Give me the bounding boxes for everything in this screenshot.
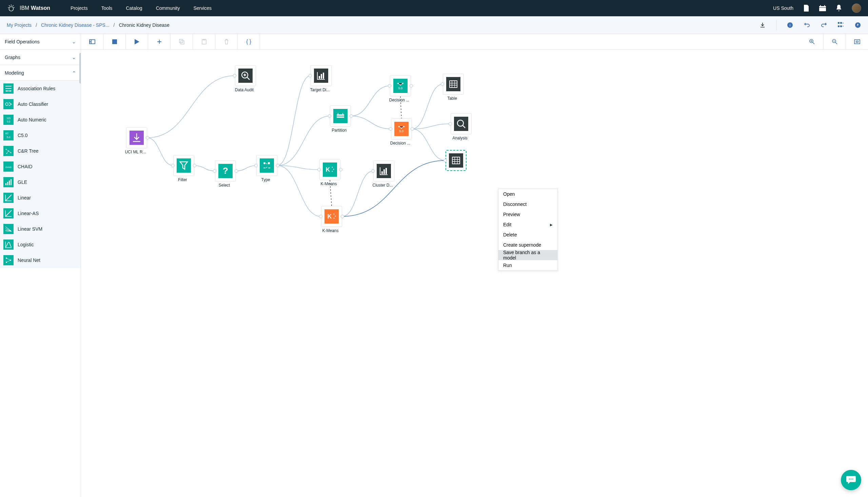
breadcrumb-link-0[interactable]: My Projects bbox=[7, 23, 31, 28]
palette-item[interactable]: C&R Tree bbox=[0, 143, 81, 159]
output-port[interactable] bbox=[350, 114, 353, 118]
flow-canvas[interactable]: UCI ML R...Data AuditFilter?SelectTypeTa… bbox=[81, 49, 868, 497]
output-port[interactable] bbox=[276, 164, 279, 167]
input-port[interactable] bbox=[328, 114, 331, 118]
flow-link[interactable] bbox=[412, 129, 445, 160]
nav-tools[interactable]: Tools bbox=[94, 0, 119, 16]
flow-link[interactable] bbox=[277, 166, 319, 170]
output-port[interactable] bbox=[193, 164, 196, 167]
context-menu-item[interactable]: Edit▶ bbox=[498, 219, 557, 230]
paste-icon[interactable] bbox=[193, 34, 215, 49]
compass-icon[interactable] bbox=[854, 22, 861, 28]
context-menu-item[interactable]: Run bbox=[498, 260, 557, 270]
output-port[interactable] bbox=[146, 136, 149, 139]
flow-link[interactable] bbox=[351, 86, 390, 116]
node-box[interactable] bbox=[256, 155, 277, 176]
flow-link[interactable] bbox=[277, 116, 330, 166]
node-box[interactable] bbox=[311, 65, 332, 86]
calendar-icon[interactable] bbox=[819, 5, 826, 12]
download-icon[interactable] bbox=[759, 22, 766, 28]
flow-link[interactable] bbox=[351, 116, 391, 129]
run-icon[interactable] bbox=[126, 34, 148, 49]
flow-link[interactable] bbox=[236, 166, 256, 171]
context-menu-item[interactable]: Open bbox=[498, 189, 557, 199]
layout-icon[interactable] bbox=[838, 22, 844, 28]
breadcrumb-link-1[interactable]: Chronic Kidney Disease - SPS... bbox=[41, 23, 109, 28]
flow-link[interactable] bbox=[412, 84, 443, 129]
canvas-node[interactable]: 5.0Decision ... bbox=[390, 75, 411, 102]
output-port[interactable] bbox=[235, 169, 238, 173]
node-box[interactable] bbox=[445, 150, 467, 171]
node-box[interactable]: ? bbox=[215, 160, 236, 182]
region-selector[interactable]: US South bbox=[773, 5, 793, 11]
flow-link[interactable] bbox=[194, 166, 215, 171]
nav-services[interactable]: Services bbox=[187, 0, 218, 16]
add-comment-icon[interactable] bbox=[148, 34, 171, 49]
canvas-node[interactable]: UCI ML R... bbox=[126, 127, 147, 154]
flow-link[interactable] bbox=[277, 76, 311, 166]
palette-item[interactable]: Association Rules bbox=[0, 81, 81, 96]
zoom-out-icon[interactable] bbox=[823, 34, 845, 49]
input-port[interactable] bbox=[318, 168, 321, 171]
canvas-node[interactable]: Table bbox=[443, 74, 464, 101]
node-box[interactable] bbox=[235, 65, 256, 86]
context-menu-item[interactable]: Save branch as a model bbox=[498, 250, 557, 260]
notifications-icon[interactable] bbox=[836, 5, 842, 12]
input-port[interactable] bbox=[233, 74, 236, 77]
delete-icon[interactable] bbox=[215, 34, 238, 49]
palette-item[interactable]: Linear-AS bbox=[0, 205, 81, 221]
palette-item[interactable]: CHAIDCHAID bbox=[0, 159, 81, 174]
palette-item[interactable]: Linear SVM bbox=[0, 221, 81, 237]
stop-icon[interactable] bbox=[103, 34, 126, 49]
toggle-palette-icon[interactable] bbox=[81, 34, 103, 49]
input-port[interactable] bbox=[371, 169, 375, 173]
user-avatar[interactable] bbox=[852, 3, 861, 13]
context-menu-item[interactable]: Preview bbox=[498, 209, 557, 219]
canvas-node[interactable] bbox=[445, 150, 467, 172]
canvas-node[interactable]: Analysis bbox=[451, 113, 472, 140]
canvas-node[interactable]: Data Audit bbox=[235, 65, 256, 92]
output-port[interactable] bbox=[410, 84, 413, 87]
context-menu-item[interactable]: Delete bbox=[498, 230, 557, 240]
canvas-node[interactable]: KK-Means bbox=[321, 206, 342, 233]
section-modeling[interactable]: Modeling ⌄ bbox=[0, 65, 81, 81]
input-port[interactable] bbox=[213, 169, 216, 173]
input-port[interactable] bbox=[171, 164, 175, 167]
info-icon[interactable]: i bbox=[786, 22, 793, 28]
palette-item[interactable]: Neural Net bbox=[0, 252, 81, 268]
input-port[interactable] bbox=[443, 159, 447, 162]
canvas-node[interactable]: 5.0Decision ... bbox=[391, 118, 412, 145]
output-port[interactable] bbox=[411, 127, 414, 131]
canvas-node[interactable]: Partition bbox=[330, 105, 351, 133]
canvas-node[interactable]: Type bbox=[256, 155, 277, 182]
context-menu-item[interactable]: Disconnect bbox=[498, 199, 557, 209]
input-port[interactable] bbox=[448, 122, 452, 126]
output-port[interactable] bbox=[339, 168, 342, 171]
palette-item[interactable]: Logistic bbox=[0, 237, 81, 252]
input-port[interactable] bbox=[254, 164, 258, 167]
node-box[interactable] bbox=[373, 160, 394, 182]
copy-icon[interactable] bbox=[171, 34, 193, 49]
canvas-node[interactable]: Target Di... bbox=[311, 65, 332, 92]
palette-item[interactable]: RT5.0C5.0 bbox=[0, 128, 81, 143]
context-menu-item[interactable]: Create supernode bbox=[498, 240, 557, 250]
canvas-node[interactable]: Cluster D... bbox=[373, 160, 394, 188]
node-box[interactable]: K bbox=[319, 159, 340, 180]
node-box[interactable] bbox=[173, 155, 194, 176]
canvas-node[interactable]: ?Select bbox=[215, 160, 236, 188]
zoom-in-icon[interactable] bbox=[801, 34, 823, 49]
node-box[interactable] bbox=[451, 113, 472, 134]
document-icon[interactable] bbox=[803, 5, 810, 12]
node-box[interactable]: K bbox=[321, 206, 342, 227]
logo[interactable]: IBM Watson bbox=[7, 4, 50, 13]
input-port[interactable] bbox=[388, 84, 391, 87]
input-port[interactable] bbox=[441, 83, 444, 86]
node-box[interactable] bbox=[443, 74, 464, 95]
input-port[interactable] bbox=[389, 127, 392, 131]
node-box[interactable] bbox=[330, 105, 351, 127]
input-port[interactable] bbox=[319, 215, 322, 218]
braces-icon[interactable]: { } bbox=[238, 34, 260, 49]
node-box[interactable]: 5.0 bbox=[390, 75, 411, 96]
node-box[interactable]: 5.0 bbox=[391, 118, 412, 139]
input-port[interactable] bbox=[309, 74, 312, 77]
